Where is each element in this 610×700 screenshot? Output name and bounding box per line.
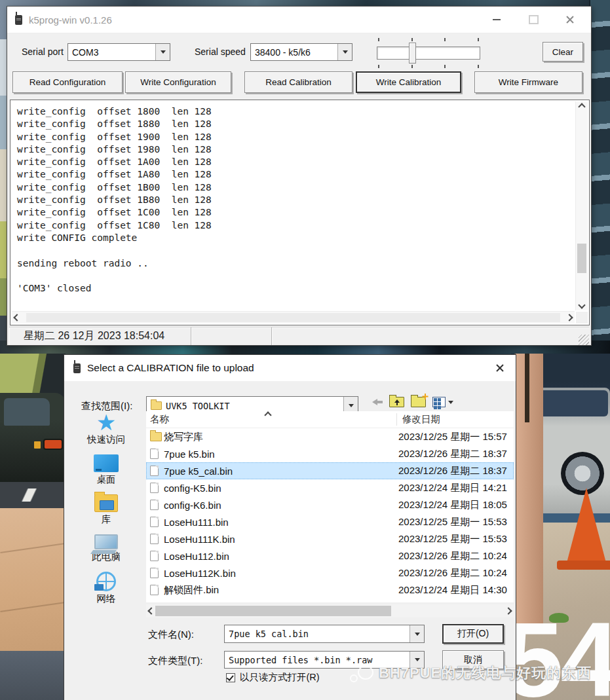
clear-button[interactable]: Clear — [543, 42, 583, 62]
open-button[interactable]: 打开(O) — [442, 624, 504, 644]
log-vertical-scrollbar[interactable] — [575, 101, 588, 310]
serial-speed-combobox[interactable]: 38400 - k5/k6 — [250, 43, 353, 61]
file-type-label: 文件类型(T): — [148, 655, 202, 667]
file-row-selected[interactable]: 7pue k5_cal.bin 2023/12/26 星期二 18:37 — [146, 462, 514, 479]
read-only-checkbox[interactable]: 以只读方式打开(R) — [226, 671, 320, 684]
sidebar-item-label: 快速访问 — [87, 433, 125, 446]
file-date: 2023/12/26 星期二 18:37 — [393, 465, 514, 477]
window-title: k5prog-win v0.1.26 — [29, 14, 112, 26]
sidebar-item-quick-access[interactable]: ★ 快速访问 — [87, 413, 125, 446]
serial-speed-label: Serial speed — [195, 46, 246, 57]
horizontal-scroll-thumb[interactable] — [155, 606, 391, 616]
window-controls — [478, 7, 588, 33]
sidebar-item-this-pc[interactable]: 此电脑 — [92, 534, 121, 563]
maximize-button[interactable] — [515, 7, 552, 33]
sidebar-item-network[interactable]: 网络 — [96, 572, 116, 605]
serial-port-value: COM3 — [68, 47, 155, 58]
file-row[interactable]: 烧写字库 2023/12/25 星期一 15:57 — [146, 428, 514, 445]
serial-port-combobox[interactable]: COM3 — [67, 43, 170, 61]
watermark-cat-logo-icon — [350, 663, 373, 684]
file-row[interactable]: config-K6.bin 2023/12/24 星期日 18:05 — [146, 496, 514, 513]
serial-port-dropdown-button[interactable] — [155, 44, 170, 60]
file-name: 解锁固件.bin — [164, 584, 393, 597]
road-white-stripe — [0, 488, 66, 502]
network-icon — [96, 572, 116, 591]
file-row[interactable]: 解锁固件.bin 2023/12/24 星期日 14:30 — [146, 581, 514, 599]
dialog-title: Select a CALIBRATION file to upload — [87, 362, 254, 374]
file-row[interactable]: LoseHu111.bin 2023/12/25 星期一 15:53 — [146, 513, 514, 530]
back-arrow-stem — [377, 401, 383, 403]
dialog-close-button[interactable] — [491, 359, 509, 377]
speed-slider[interactable] — [377, 38, 480, 68]
write-configuration-button[interactable]: Write Configuration — [125, 71, 231, 93]
sidebar-item-libraries[interactable]: 库 — [94, 494, 118, 526]
serial-speed-value: 38400 - k5/k6 — [251, 47, 337, 58]
background-pole — [525, 354, 529, 422]
traffic-cone — [566, 488, 607, 565]
slider-ticks-bottom — [378, 65, 479, 68]
file-icon — [150, 500, 159, 510]
file-name: 7pue k5_cal.bin — [164, 466, 393, 477]
status-panel-2 — [191, 327, 272, 345]
file-name-combobox[interactable]: 7pue k5_cal.bin — [224, 625, 425, 643]
dialog-titlebar[interactable]: Select a CALIBRATION file to upload — [64, 355, 516, 381]
scroll-down-button[interactable] — [576, 300, 588, 310]
close-button[interactable] — [552, 7, 588, 33]
read-calibration-button[interactable]: Read Calibration — [244, 71, 353, 93]
chevron-right-icon — [565, 314, 573, 321]
new-folder-button[interactable] — [411, 397, 426, 407]
file-name-value: 7pue k5_cal.bin — [225, 629, 410, 639]
write-calibration-button[interactable]: Write Calibration — [356, 71, 461, 93]
scroll-up-button[interactable] — [576, 101, 588, 112]
app-radio-icon — [15, 15, 22, 25]
traffic-cone-base — [557, 561, 610, 570]
serial-speed-dropdown-button[interactable] — [337, 44, 352, 60]
horizontal-scroll-thumb[interactable] — [26, 313, 560, 322]
file-date: 2023/12/26 星期二 10:24 — [393, 567, 514, 580]
background-dark-car — [0, 393, 66, 483]
slider-thumb[interactable] — [409, 43, 416, 64]
view-grid-icon — [432, 397, 446, 407]
file-name: config-K5.bin — [164, 483, 393, 494]
slider-track[interactable] — [377, 46, 480, 60]
file-row[interactable]: LoseHu112K.bin 2023/12/26 星期二 10:24 — [146, 564, 514, 581]
file-row[interactable]: 7pue k5.bin 2023/12/26 星期二 18:37 — [146, 445, 514, 462]
file-name: LoseHu111.bin — [164, 517, 393, 528]
places-sidebar: ★ 快速访问 桌面 库 此电脑 网络 — [69, 413, 143, 605]
titlebar[interactable]: k5prog-win v0.1.26 — [7, 7, 591, 33]
back-button[interactable] — [372, 399, 383, 405]
folder-icon — [151, 401, 162, 410]
resize-grip[interactable] — [579, 335, 589, 345]
checkbox-box[interactable] — [226, 673, 235, 682]
chevron-left-icon — [13, 314, 20, 321]
sidebar-item-label: 网络 — [97, 593, 116, 605]
scroll-left-button[interactable] — [12, 312, 22, 323]
vertical-scroll-thumb[interactable] — [577, 244, 586, 273]
chevron-down-icon — [161, 50, 166, 54]
date-column-header[interactable]: 修改日期 — [397, 413, 514, 426]
this-pc-icon — [94, 534, 118, 549]
file-row[interactable]: LoseHu112.bin 2023/12/26 星期二 10:24 — [146, 547, 514, 564]
minimize-button[interactable] — [478, 7, 515, 33]
scroll-right-button[interactable] — [503, 604, 514, 617]
car-window — [4, 398, 50, 426]
file-row[interactable]: config-K5.bin 2023/12/24 星期日 14:21 — [146, 479, 514, 496]
car-tail-light — [45, 440, 62, 449]
scroll-right-button[interactable] — [564, 312, 575, 323]
up-one-level-button[interactable] — [389, 397, 404, 407]
open-file-dialog: Select a CALIBRATION file to upload 查找范围… — [64, 354, 516, 700]
log-horizontal-scrollbar[interactable] — [12, 311, 575, 323]
list-horizontal-scrollbar[interactable] — [146, 604, 514, 617]
read-configuration-button[interactable]: Read Configuration — [12, 71, 123, 93]
list-header: 名称 修改日期 — [146, 411, 514, 428]
up-arrow-icon — [394, 399, 400, 405]
view-menu-button[interactable] — [432, 397, 453, 407]
sidebar-item-desktop[interactable]: 桌面 — [94, 454, 119, 486]
background-glass-building — [589, 0, 610, 358]
folder-icon — [150, 432, 162, 441]
quick-access-star-icon: ★ — [96, 413, 116, 432]
file-row[interactable]: LoseHu111K.bin 2023/12/25 星期一 15:53 — [146, 530, 514, 547]
file-name-dropdown-button[interactable] — [410, 625, 424, 642]
background-road-bottom — [0, 651, 66, 700]
write-firmware-button[interactable]: Write Firmware — [474, 71, 582, 93]
